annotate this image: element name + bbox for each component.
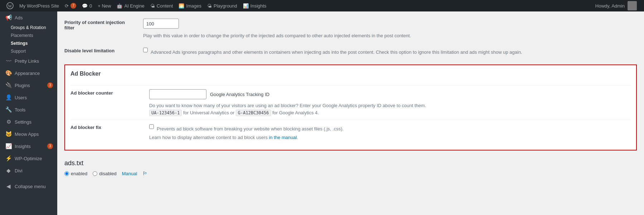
adblocker-fix-checkbox[interactable] bbox=[149, 124, 154, 129]
plugins-badge: 3 bbox=[47, 82, 53, 88]
adstxt-manual-link[interactable]: Manual bbox=[122, 171, 137, 176]
sidebar-sub-placements[interactable]: Placements bbox=[0, 32, 57, 39]
tools-icon: 🔧 bbox=[5, 106, 12, 113]
sidebar-sub-settings[interactable]: Settings bbox=[0, 39, 57, 47]
svg-text:W: W bbox=[8, 4, 12, 9]
wp-optimize-icon: ⚡ bbox=[5, 155, 12, 162]
adblocker-counter-inline-label: Google Analytics Tracking ID bbox=[210, 92, 269, 97]
content-icon: 🌤 bbox=[150, 3, 155, 9]
sidebar-item-users[interactable]: 👤 Users bbox=[0, 91, 57, 104]
plugins-icon: 🔌 bbox=[5, 82, 12, 89]
adblocker-manual-link[interactable]: in the manual bbox=[269, 135, 297, 140]
site-name[interactable]: My WordPress Site bbox=[16, 0, 62, 11]
sidebar-item-insights[interactable]: 📈 Insights 3 bbox=[0, 140, 57, 152]
adblocker-counter-content: Google Analytics Tracking ID Do you want… bbox=[149, 89, 631, 116]
sidebar-item-appearance[interactable]: 🎨 Appearance bbox=[0, 67, 57, 79]
disable-level-label: Disable level limitation bbox=[64, 47, 136, 53]
disable-level-description: Advanced Ads ignores paragraphs and othe… bbox=[151, 49, 522, 56]
ua-example: UA-123456-1 bbox=[149, 110, 182, 116]
priority-input[interactable] bbox=[143, 19, 179, 29]
adstxt-enabled-radio[interactable] bbox=[64, 171, 69, 176]
comments-item[interactable]: 💬 0 bbox=[79, 0, 95, 11]
adblocker-fix-description: Prevents ad block software from breaking… bbox=[157, 125, 343, 133]
adstxt-title: ads.txt bbox=[64, 159, 637, 167]
meow-icon: 🐱 bbox=[5, 131, 12, 137]
disable-level-checkbox[interactable] bbox=[143, 48, 148, 52]
ai-engine-icon: 🤖 bbox=[117, 3, 122, 9]
adstxt-disabled-option[interactable]: disabled bbox=[93, 171, 116, 176]
adblocker-title: Ad Blocker bbox=[70, 71, 631, 80]
adblocker-counter-label: Ad blocker counter bbox=[70, 89, 142, 96]
adblocker-counter-row: Ad blocker counter Google Analytics Trac… bbox=[70, 85, 631, 120]
sidebar-item-ads[interactable]: 📢 Ads bbox=[0, 11, 57, 24]
sidebar-item-pretty-links[interactable]: 〰 Pretty Links bbox=[0, 55, 57, 67]
priority-label: Priority of content injection filter bbox=[64, 19, 136, 30]
adblocker-counter-description: Do you want to know how many of your vis… bbox=[149, 102, 631, 116]
insights-item[interactable]: 📊 Insights bbox=[240, 0, 269, 11]
comments-icon: 💬 bbox=[82, 3, 88, 9]
comments-count: 0 bbox=[89, 3, 92, 9]
adblocker-fix-row: Ad blocker fix Prevents ad block softwar… bbox=[70, 120, 631, 144]
playground-item[interactable]: 🌤 Playground bbox=[204, 0, 240, 11]
settings-icon: ⚙ bbox=[5, 119, 12, 125]
insights-icon: 📊 bbox=[243, 3, 249, 9]
insights-badge: 3 bbox=[47, 143, 53, 149]
adstxt-section: ads.txt enabled disabled Manual 🏳 bbox=[64, 156, 637, 180]
sidebar: 📢 Ads Groups & Rotation Placements Setti… bbox=[0, 11, 57, 215]
new-item[interactable]: + New bbox=[95, 0, 114, 11]
sidebar-sub-groups[interactable]: Groups & Rotation bbox=[0, 24, 57, 32]
sidebar-item-settings[interactable]: ⚙ Settings bbox=[0, 116, 57, 128]
sidebar-item-tools[interactable]: 🔧 Tools bbox=[0, 104, 57, 116]
images-item[interactable]: 🌅 Images bbox=[176, 0, 204, 11]
sidebar-collapse-menu[interactable]: ◀ Collapse menu bbox=[0, 180, 57, 192]
sidebar-item-wp-optimize[interactable]: ⚡ WP-Optimize bbox=[0, 152, 57, 164]
playground-icon: 🌤 bbox=[207, 3, 212, 9]
pretty-links-icon: 〰 bbox=[5, 58, 12, 64]
priority-section: Priority of content injection filter Pla… bbox=[64, 15, 637, 59]
wp-logo[interactable]: W bbox=[4, 2, 16, 9]
sidebar-sub-support[interactable]: Support bbox=[0, 47, 57, 55]
adstxt-options: enabled disabled Manual 🏳 bbox=[64, 171, 637, 176]
priority-content: Play with this value in order to change … bbox=[143, 19, 637, 39]
sidebar-item-plugins[interactable]: 🔌 Plugins 3 bbox=[0, 79, 57, 91]
adblocker-fix-manual: Learn how to display alternative content… bbox=[149, 134, 631, 141]
main-content: Priority of content injection filter Pla… bbox=[57, 11, 644, 215]
adblocker-section: Ad Blocker Ad blocker counter Google Ana… bbox=[64, 64, 637, 150]
priority-description: Play with this value in order to change … bbox=[143, 32, 637, 39]
adstxt-disabled-radio[interactable] bbox=[93, 171, 97, 176]
divi-icon: ◆ bbox=[5, 167, 12, 174]
users-icon: 👤 bbox=[5, 94, 12, 101]
ads-icon: 📢 bbox=[5, 14, 12, 21]
adblocker-fix-label: Ad blocker fix bbox=[70, 124, 142, 130]
adstxt-info-icon[interactable]: 🏳 bbox=[142, 171, 147, 176]
collapse-icon: ◀ bbox=[5, 183, 12, 190]
adstxt-enabled-option[interactable]: enabled bbox=[64, 171, 87, 176]
sidebar-item-divi[interactable]: ◆ Divi bbox=[0, 164, 57, 177]
updates-count: 7 bbox=[70, 3, 76, 9]
ga-example: G-A12BC30456 bbox=[236, 110, 271, 116]
updates-item[interactable]: ⟳ 7 bbox=[62, 0, 79, 11]
adblocker-counter-input[interactable] bbox=[149, 89, 206, 99]
avatar bbox=[628, 1, 637, 10]
insights-sidebar-icon: 📈 bbox=[5, 143, 12, 149]
ai-engine-item[interactable]: 🤖 AI Engine bbox=[114, 0, 147, 11]
admin-bar: W My WordPress Site ⟳ 7 💬 0 + New 🤖 AI E… bbox=[0, 0, 644, 11]
content-item[interactable]: 🌤 Content bbox=[147, 0, 176, 11]
sidebar-item-meow-apps[interactable]: 🐱 Meow Apps bbox=[0, 128, 57, 140]
disable-level-content: Advanced Ads ignores paragraphs and othe… bbox=[143, 47, 637, 56]
images-icon: 🌅 bbox=[179, 3, 184, 9]
updates-icon: ⟳ bbox=[65, 3, 69, 9]
howdy-text[interactable]: Howdy, Admin bbox=[592, 1, 640, 10]
adblocker-fix-content: Prevents ad block software from breaking… bbox=[149, 124, 631, 141]
appearance-icon: 🎨 bbox=[5, 70, 12, 76]
